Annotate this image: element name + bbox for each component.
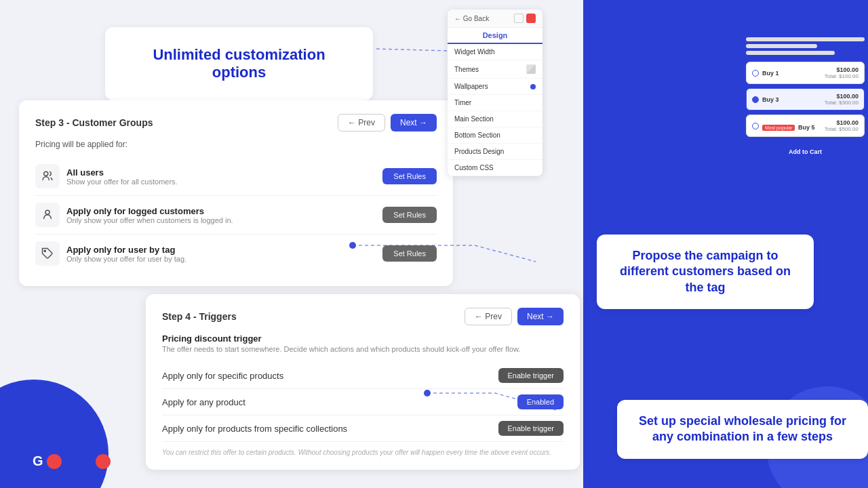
widget-line-2 — [746, 44, 817, 48]
add-to-cart-button[interactable]: Add to Cart — [746, 144, 865, 160]
rule-logged-desc: Only show your offer when customers is l… — [66, 216, 233, 224]
option-buy1-total: Total: $100.00 — [825, 73, 859, 79]
panel-icons — [514, 14, 536, 23]
rule-item-logged-customers: Apply only for logged customers Only sho… — [35, 196, 437, 235]
step4-next-button[interactable]: Next → — [517, 308, 564, 325]
enable-any-button[interactable]: Enabled — [517, 394, 564, 409]
design-panel-header: ← Go Back — [448, 9, 542, 28]
option-buy1-price: $100.00 — [825, 66, 859, 73]
tag-users-icon — [35, 241, 60, 266]
logo-circle-1 — [47, 454, 62, 469]
rule-item-tag: Apply only for user by tag Only show you… — [35, 235, 437, 272]
rule-all-users-name: All users — [66, 167, 178, 178]
design-menu-timer[interactable]: Timer — [448, 95, 542, 111]
trigger-item-any: Apply for any product Enabled — [162, 389, 564, 415]
step3-next-button[interactable]: Next → — [391, 114, 437, 131]
svg-line-3 — [376, 49, 448, 51]
step3-prev-button[interactable]: ← Prev — [338, 114, 385, 131]
trigger-item-specific: Apply only for specific products Enable … — [162, 363, 564, 389]
trigger-note: You can restrict this offer to certain p… — [162, 449, 564, 456]
logo-area: G — [33, 453, 111, 469]
product-option-buy1[interactable]: Buy 1 $100.00 Total: $100.00 — [746, 62, 865, 84]
option-buy1-label: Buy 1 — [762, 70, 779, 77]
svg-point-0 — [44, 171, 48, 176]
logo-circle-3 — [79, 454, 94, 469]
design-panel: ← Go Back Design Widget Width Themes Wal… — [448, 9, 542, 176]
svg-point-2 — [44, 250, 45, 251]
most-popular-badge: Most popular — [762, 125, 795, 131]
set-rules-all-users-button[interactable]: Set Rules — [382, 168, 437, 184]
all-users-icon — [35, 164, 60, 188]
rule-tag-desc: Only show your offer for user by tag. — [66, 255, 186, 263]
design-menu-wallpapers[interactable]: Wallpapers — [448, 79, 542, 95]
unlimited-title: Unlimited customization options — [127, 46, 351, 81]
rule-item-all-users: All users Show your offer for all custom… — [35, 157, 437, 196]
theme-swatch — [526, 64, 536, 74]
pricing-label: Pricing will be applied for: — [35, 140, 437, 149]
design-menu-products-design[interactable]: Products Design — [448, 144, 542, 160]
option-buy5-price: $100.00 — [825, 119, 859, 126]
radio-buy3 — [752, 96, 759, 103]
enable-specific-button[interactable]: Enable trigger — [498, 368, 564, 383]
unlimited-card: Unlimited customization options — [105, 27, 373, 100]
widget-line-3 — [746, 51, 835, 55]
step4-card: Step 4 - Triggers ← Prev Next → Pricing … — [146, 294, 580, 470]
option-buy5-total: Total: $500.00 — [825, 126, 859, 132]
logged-customers-icon — [35, 203, 60, 227]
trigger-item-collections: Apply only for products from specific co… — [162, 415, 564, 442]
logo-g-letter: G — [33, 453, 43, 469]
step3-nav: ← Prev Next → — [338, 114, 437, 131]
callout-1-text: Propose the campaign to different custom… — [612, 248, 799, 296]
option-buy3-total: Total: $300.00 — [825, 100, 859, 106]
enable-collections-button[interactable]: Enable trigger — [498, 421, 564, 436]
trigger-collections-label: Apply only for products from specific co… — [162, 424, 347, 434]
step3-title: Step 3 - Customer Groups — [35, 117, 153, 128]
design-tab[interactable]: Design — [448, 28, 542, 44]
rule-tag-name: Apply only for user by tag — [66, 245, 186, 255]
step4-title: Step 4 - Triggers — [162, 311, 237, 322]
product-widget: Buy 1 $100.00 Total: $100.00 Buy 3 $100.… — [746, 37, 865, 160]
option-buy3-label: Buy 3 — [762, 96, 779, 103]
step3-card: Step 3 - Customer Groups ← Prev Next → P… — [19, 100, 453, 286]
design-menu-themes[interactable]: Themes — [448, 60, 542, 79]
panel-square-icon — [514, 14, 524, 23]
design-menu-bottom-section[interactable]: Bottom Section — [448, 127, 542, 144]
design-menu-main-section[interactable]: Main Section — [448, 111, 542, 127]
logo-circle-2 — [63, 454, 78, 469]
design-menu-custom-css[interactable]: Custom CSS — [448, 160, 542, 176]
go-back-button[interactable]: ← Go Back — [454, 15, 489, 22]
logo-circles: G — [33, 453, 111, 469]
trigger-title: Pricing discount trigger — [162, 333, 564, 344]
option-buy5-label: Buy 5 — [798, 124, 815, 131]
trigger-desc: The offer needs to start somewhere. Deci… — [162, 345, 564, 353]
callout-box-1: Propose the campaign to different custom… — [597, 235, 814, 309]
blue-circle-bottom-left — [0, 380, 108, 488]
option-buy3-price: $100.00 — [825, 93, 859, 100]
rule-all-users-desc: Show your offer for all customers. — [66, 178, 178, 186]
logo-circle-4 — [96, 454, 111, 469]
rule-logged-name: Apply only for logged customers — [66, 206, 233, 216]
set-rules-logged-button[interactable]: Set Rules — [382, 207, 437, 223]
step4-prev-button[interactable]: ← Prev — [465, 308, 512, 325]
product-option-buy3[interactable]: Buy 3 $100.00 Total: $300.00 — [746, 88, 865, 110]
product-option-buy5[interactable]: Most popular Buy 5 $100.00 Total: $500.0… — [746, 115, 865, 137]
design-menu-widget-width[interactable]: Widget Width — [448, 44, 542, 60]
callout-box-2: Set up special wholesale pricing for any… — [617, 400, 868, 459]
radio-buy1 — [752, 70, 759, 77]
trigger-any-label: Apply for any product — [162, 397, 245, 407]
panel-close-icon[interactable] — [526, 14, 536, 23]
step4-nav: ← Prev Next → — [465, 308, 564, 325]
radio-buy5 — [752, 123, 759, 129]
svg-point-1 — [45, 210, 50, 214]
set-rules-tag-button[interactable]: Set Rules — [382, 245, 437, 262]
trigger-specific-label: Apply only for specific products — [162, 371, 283, 381]
widget-lines — [746, 37, 865, 55]
callout-2-text: Set up special wholesale pricing for any… — [632, 413, 853, 445]
widget-line-1 — [746, 37, 865, 41]
wallpapers-dot — [530, 84, 536, 89]
